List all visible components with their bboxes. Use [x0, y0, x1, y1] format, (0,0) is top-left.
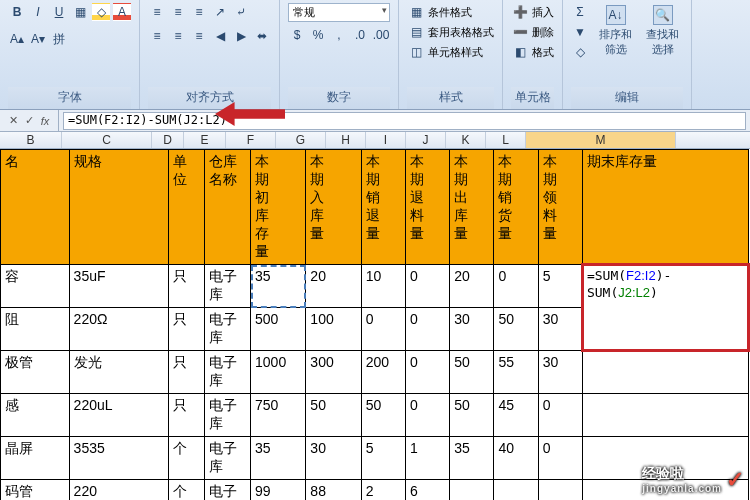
- cell[interactable]: 0: [405, 394, 449, 437]
- cell[interactable]: 50: [450, 394, 494, 437]
- align-left-icon[interactable]: ≡: [148, 27, 166, 45]
- col-header[interactable]: L: [486, 132, 526, 148]
- header-cell[interactable]: 本 期 销 退 量: [361, 150, 405, 265]
- cell[interactable]: 50: [494, 308, 538, 351]
- phonetic-icon[interactable]: 拼: [50, 30, 68, 48]
- col-header[interactable]: H: [326, 132, 366, 148]
- table-format-button[interactable]: ▤套用表格格式: [407, 23, 494, 41]
- cell[interactable]: 55: [494, 351, 538, 394]
- col-header[interactable]: D: [152, 132, 184, 148]
- cell[interactable]: 0: [405, 308, 449, 351]
- cell[interactable]: 40: [494, 437, 538, 480]
- cell[interactable]: 电子 库: [204, 265, 250, 308]
- cell[interactable]: 只: [169, 265, 204, 308]
- cell[interactable]: 发光: [69, 351, 169, 394]
- fill-color-icon[interactable]: ◇: [92, 3, 110, 21]
- cell[interactable]: 6: [405, 480, 449, 501]
- cell[interactable]: 30: [306, 437, 361, 480]
- cell[interactable]: 10: [361, 265, 405, 308]
- cell[interactable]: 20: [306, 265, 361, 308]
- align-center-icon[interactable]: ≡: [169, 27, 187, 45]
- cell[interactable]: 极管: [1, 351, 70, 394]
- cell[interactable]: 0: [405, 351, 449, 394]
- align-right-icon[interactable]: ≡: [190, 27, 208, 45]
- cell[interactable]: 个: [169, 437, 204, 480]
- cell[interactable]: 码管: [1, 480, 70, 501]
- cell[interactable]: =SUM(F2:I2)-SUM(J2:L2): [582, 265, 748, 351]
- header-cell[interactable]: 期末库存量: [582, 150, 748, 265]
- cell[interactable]: 个: [169, 480, 204, 501]
- cell[interactable]: 50: [450, 351, 494, 394]
- cell[interactable]: 5: [361, 437, 405, 480]
- grow-font-icon[interactable]: A▴: [8, 30, 26, 48]
- number-format-dropdown[interactable]: 常规: [288, 3, 390, 22]
- cell[interactable]: [582, 351, 748, 394]
- find-select-button[interactable]: 🔍 查找和 选择: [642, 3, 683, 87]
- align-bottom-icon[interactable]: ≡: [190, 3, 208, 21]
- comma-icon[interactable]: ,: [330, 26, 348, 44]
- header-cell[interactable]: 本 期 退 料 量: [405, 150, 449, 265]
- cell[interactable]: 只: [169, 351, 204, 394]
- cell[interactable]: 1000: [251, 351, 306, 394]
- header-cell[interactable]: 本 期 入 库 量: [306, 150, 361, 265]
- cell[interactable]: 750: [251, 394, 306, 437]
- align-middle-icon[interactable]: ≡: [169, 3, 187, 21]
- cell[interactable]: 1: [405, 437, 449, 480]
- formula-input[interactable]: =SUM(F2:I2)-SUM(J2:L2): [63, 112, 746, 130]
- header-cell[interactable]: 本 期 初 库 存 量: [251, 150, 306, 265]
- cell[interactable]: 0: [538, 437, 582, 480]
- indent-inc-icon[interactable]: ▶: [232, 27, 250, 45]
- cell[interactable]: 35: [251, 265, 306, 308]
- fill-icon[interactable]: ▼: [571, 23, 589, 41]
- fx-icon[interactable]: fx: [38, 115, 52, 127]
- cell[interactable]: 0: [361, 308, 405, 351]
- cell[interactable]: [450, 480, 494, 501]
- clear-icon[interactable]: ◇: [571, 43, 589, 61]
- cell[interactable]: 0: [405, 265, 449, 308]
- dec-decimal-icon[interactable]: .00: [372, 26, 390, 44]
- cell-style-button[interactable]: ◫单元格样式: [407, 43, 494, 61]
- insert-button[interactable]: ➕插入: [511, 3, 554, 21]
- cell[interactable]: 220Ω: [69, 308, 169, 351]
- delete-button[interactable]: ➖删除: [511, 23, 554, 41]
- currency-icon[interactable]: $: [288, 26, 306, 44]
- header-cell[interactable]: 本 期 领 料 量: [538, 150, 582, 265]
- col-header[interactable]: B: [0, 132, 62, 148]
- cell[interactable]: 只: [169, 394, 204, 437]
- cell[interactable]: 20: [450, 265, 494, 308]
- cell[interactable]: [582, 394, 748, 437]
- header-cell[interactable]: 仓库 名称: [204, 150, 250, 265]
- header-cell[interactable]: 名: [1, 150, 70, 265]
- cell[interactable]: 99: [251, 480, 306, 501]
- header-cell[interactable]: 单 位: [169, 150, 204, 265]
- sort-filter-button[interactable]: A↓ 排序和 筛选: [595, 3, 636, 87]
- cell[interactable]: 200: [361, 351, 405, 394]
- cell[interactable]: 35: [450, 437, 494, 480]
- col-header[interactable]: E: [184, 132, 226, 148]
- cond-format-button[interactable]: ▦条件格式: [407, 3, 494, 21]
- cell[interactable]: 50: [306, 394, 361, 437]
- cell[interactable]: 3535: [69, 437, 169, 480]
- col-header[interactable]: F: [226, 132, 276, 148]
- inc-decimal-icon[interactable]: .0: [351, 26, 369, 44]
- cell[interactable]: 220: [69, 480, 169, 501]
- col-header[interactable]: I: [366, 132, 406, 148]
- cell[interactable]: 容: [1, 265, 70, 308]
- bold-icon[interactable]: B: [8, 3, 26, 21]
- cell[interactable]: 电子 库: [204, 308, 250, 351]
- cancel-formula-icon[interactable]: ✕: [6, 114, 20, 127]
- indent-dec-icon[interactable]: ◀: [211, 27, 229, 45]
- cell[interactable]: 电子 库: [204, 394, 250, 437]
- cell[interactable]: 5: [538, 265, 582, 308]
- cell[interactable]: 0: [494, 265, 538, 308]
- italic-icon[interactable]: I: [29, 3, 47, 21]
- header-cell[interactable]: 规格: [69, 150, 169, 265]
- cell[interactable]: 30: [450, 308, 494, 351]
- orientation-icon[interactable]: ↗: [211, 3, 229, 21]
- border-icon[interactable]: ▦: [71, 3, 89, 21]
- cell[interactable]: 感: [1, 394, 70, 437]
- autosum-icon[interactable]: Σ: [571, 3, 589, 21]
- cell[interactable]: 50: [361, 394, 405, 437]
- col-header[interactable]: G: [276, 132, 326, 148]
- wrap-text-icon[interactable]: ⤶: [232, 3, 250, 21]
